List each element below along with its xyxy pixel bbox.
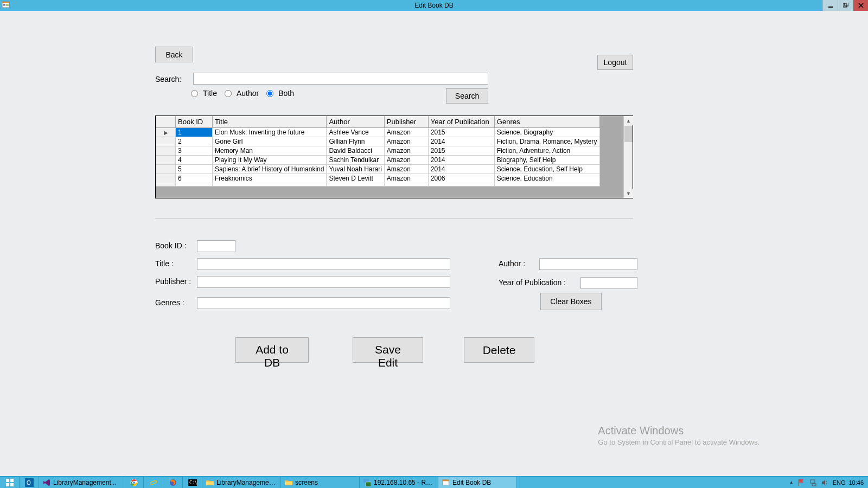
maximize-button[interactable] xyxy=(838,0,853,11)
back-button[interactable]: Back xyxy=(155,47,193,62)
delete-button[interactable]: Delete xyxy=(464,337,534,363)
cell-year[interactable]: 2015 xyxy=(428,128,494,137)
row-header-blank[interactable] xyxy=(156,116,176,128)
visualstudio-icon xyxy=(42,478,51,487)
cell-year[interactable]: 2015 xyxy=(428,146,494,156)
scroll-up-icon[interactable]: ▲ xyxy=(624,116,633,125)
cell-year[interactable]: 2014 xyxy=(428,156,494,165)
row-indicator[interactable] xyxy=(156,137,176,146)
cell-id[interactable]: 1 xyxy=(176,128,213,137)
cell-publisher[interactable]: Amazon xyxy=(384,128,428,137)
cell-id[interactable]: 5 xyxy=(176,165,213,174)
add-to-db-button[interactable]: Add to DB xyxy=(235,337,309,363)
cell-id[interactable]: 4 xyxy=(176,156,213,165)
taskbar-rdp[interactable]: 192.168.10.65 - Remo... xyxy=(360,477,438,488)
table-row[interactable]: 5Sapiens: A brief History of HumankindYu… xyxy=(156,165,600,174)
cell-genres[interactable]: Biography, Self Help xyxy=(494,156,599,165)
cell-publisher[interactable]: Amazon xyxy=(384,146,428,156)
cell-id[interactable]: 6 xyxy=(176,174,213,183)
cell-author[interactable]: Gillian Flynn xyxy=(327,137,384,146)
cell-author[interactable]: Steven D Levitt xyxy=(327,174,384,183)
table-row[interactable]: 6FreaknomicsSteven D LevittAmazon2006Sci… xyxy=(156,174,600,183)
taskbar-chrome[interactable] xyxy=(124,477,144,488)
search-input[interactable] xyxy=(193,73,488,85)
grid-scrollbar[interactable]: ▲ ▼ xyxy=(623,116,633,198)
row-indicator[interactable] xyxy=(156,156,176,165)
cell-year[interactable]: 2014 xyxy=(428,137,494,146)
cell-year[interactable]: 2014 xyxy=(428,165,494,174)
cell-publisher[interactable]: Amazon xyxy=(384,174,428,183)
table-row[interactable]: 3Memory ManDavid BaldacciAmazon2015Ficti… xyxy=(156,146,600,156)
minimize-button[interactable] xyxy=(822,0,838,11)
row-indicator[interactable] xyxy=(156,165,176,174)
cell-title[interactable]: Gone Girl xyxy=(213,137,327,146)
start-button[interactable] xyxy=(0,477,20,488)
publisher-field[interactable] xyxy=(197,276,450,288)
table-row[interactable] xyxy=(156,183,600,187)
cell-id[interactable]: 3 xyxy=(176,146,213,156)
cell-publisher[interactable]: Amazon xyxy=(384,137,428,146)
taskbar-cmd[interactable]: C:\ xyxy=(183,477,202,488)
tray-network-icon[interactable] xyxy=(809,478,818,487)
radio-title[interactable] xyxy=(191,90,198,97)
close-button[interactable] xyxy=(853,0,868,11)
row-indicator[interactable] xyxy=(156,146,176,156)
cell-author[interactable]: David Baldacci xyxy=(327,146,384,156)
col-publisher[interactable]: Publisher xyxy=(384,116,428,128)
cell-title[interactable]: Sapiens: A brief History of Humankind xyxy=(213,165,327,174)
taskbar-current-app[interactable]: Edit Book DB xyxy=(438,477,517,488)
table-row[interactable]: 2Gone GirlGillian FlynnAmazon2014Fiction… xyxy=(156,137,600,146)
col-genres[interactable]: Genres xyxy=(494,116,599,128)
radio-both[interactable] xyxy=(266,90,273,97)
col-book-id[interactable]: Book ID xyxy=(176,116,213,128)
logout-button[interactable]: Logout xyxy=(597,55,633,70)
search-button[interactable]: Search xyxy=(446,88,488,104)
row-indicator[interactable]: ▶ xyxy=(156,128,176,137)
taskbar-outlook[interactable]: O xyxy=(20,477,39,488)
cell-author[interactable]: Ashlee Vance xyxy=(327,128,384,137)
tray-language[interactable]: ENG xyxy=(833,479,846,486)
taskbar-ie[interactable] xyxy=(144,477,163,488)
save-edit-button[interactable]: Save Edit xyxy=(353,337,423,363)
cell-author[interactable]: Yuval Noah Harari xyxy=(327,165,384,174)
cell-publisher[interactable]: Amazon xyxy=(384,165,428,174)
cell-publisher[interactable]: Amazon xyxy=(384,156,428,165)
tray-volume-icon[interactable] xyxy=(821,478,829,487)
tray-clock[interactable]: 10:46 xyxy=(848,479,864,486)
tray-flag-icon[interactable] xyxy=(797,478,806,487)
radio-author[interactable] xyxy=(225,90,232,97)
svg-marker-16 xyxy=(43,479,50,486)
taskbar-folder-2[interactable]: screens xyxy=(281,477,360,488)
cell-title[interactable]: Playing It My Way xyxy=(213,156,327,165)
col-author[interactable]: Author xyxy=(327,116,384,128)
cell-genres[interactable]: Science, Education, Self Help xyxy=(494,165,599,174)
tray-overflow-icon[interactable]: ▲ xyxy=(789,480,794,485)
cell-title[interactable]: Elon Musk: Inventing the future xyxy=(213,128,327,137)
genres-field[interactable] xyxy=(197,297,450,309)
cell-genres[interactable]: Fiction, Adventure, Action xyxy=(494,146,599,156)
book-id-field[interactable] xyxy=(197,240,235,252)
taskbar-folder-1[interactable]: LibraryManagement... xyxy=(202,477,281,488)
title-field[interactable] xyxy=(197,258,450,270)
taskbar-firefox[interactable] xyxy=(163,477,183,488)
cell-year[interactable]: 2006 xyxy=(428,174,494,183)
cell-id[interactable]: 2 xyxy=(176,137,213,146)
books-datagrid[interactable]: Book ID Title Author Publisher Year of P… xyxy=(155,115,633,198)
cell-genres[interactable]: Science, Biography xyxy=(494,128,599,137)
table-row[interactable]: ▶1Elon Musk: Inventing the futureAshlee … xyxy=(156,128,600,137)
author-field[interactable] xyxy=(539,258,637,270)
taskbar-visualstudio[interactable]: LibraryManagement... xyxy=(39,477,124,488)
cell-genres[interactable]: Science, Education xyxy=(494,174,599,183)
scroll-down-icon[interactable]: ▼ xyxy=(624,189,633,198)
table-row[interactable]: 4Playing It My WaySachin TendulkarAmazon… xyxy=(156,156,600,165)
scroll-thumb[interactable] xyxy=(624,126,633,142)
cell-genres[interactable]: Fiction, Drama, Romance, Mystery xyxy=(494,137,599,146)
year-field[interactable] xyxy=(580,277,637,289)
col-title[interactable]: Title xyxy=(213,116,327,128)
row-indicator[interactable] xyxy=(156,174,176,183)
cell-title[interactable]: Freaknomics xyxy=(213,174,327,183)
cell-title[interactable]: Memory Man xyxy=(213,146,327,156)
clear-boxes-button[interactable]: Clear Boxes xyxy=(540,293,602,310)
cell-author[interactable]: Sachin Tendulkar xyxy=(327,156,384,165)
col-year[interactable]: Year of Publication xyxy=(428,116,494,128)
